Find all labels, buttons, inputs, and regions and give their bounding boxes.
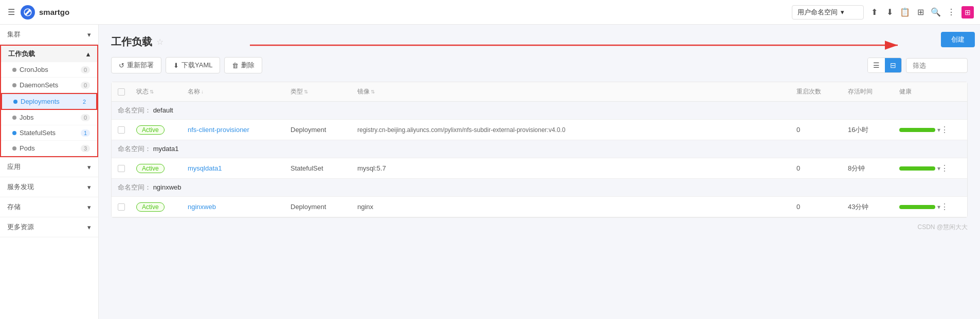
image-1: mysql:5.7: [357, 164, 796, 172]
sidebar-item-statefulsets[interactable]: StatefulSets 1: [1, 125, 97, 141]
create-button[interactable]: 创建: [941, 32, 975, 47]
sidebar-count-statefulsets: 1: [81, 129, 90, 137]
delete-icon: 🗑: [232, 62, 239, 69]
grid-view-button[interactable]: ⊟: [885, 58, 901, 72]
sidebar-item-deployments[interactable]: Deployments 2: [1, 93, 97, 110]
health-2: ▾: [899, 203, 940, 211]
row-more-1[interactable]: ⋮: [940, 164, 949, 173]
sidebar-item-pods[interactable]: Pods 3: [1, 141, 97, 156]
sidebar-dot-statefulsets: [12, 131, 16, 135]
col-restarts: 重启次数: [796, 87, 848, 96]
more-icon[interactable]: ⋮: [946, 7, 956, 17]
footer-watermark: CSDN @慧闲大大: [111, 218, 968, 233]
sidebar-dot-cronjobs: [12, 68, 16, 72]
uptime-0: 16小时: [848, 125, 899, 135]
checkbox-all[interactable]: [118, 88, 136, 96]
sidebar-dot-daemonsets: [12, 83, 16, 87]
row-checkbox-1[interactable]: [118, 165, 125, 172]
workload-table: 状态 ⇅ 名称 ↓ 类型 ⇅ 镜像 ⇅ 重启次数: [111, 82, 968, 218]
upload-icon[interactable]: ⬆: [869, 7, 879, 17]
list-view-button[interactable]: ☰: [868, 58, 885, 72]
download-yaml-button[interactable]: ⬇ 下载YAML: [166, 57, 220, 73]
sidebar-item-daemonsets[interactable]: DaemonSets 0: [1, 78, 97, 93]
app-logo: [21, 5, 35, 20]
sidebar-count-deployments: 2: [80, 98, 89, 105]
sidebar-item-jobs[interactable]: Jobs 0: [1, 110, 97, 125]
sidebar-workload-header[interactable]: 工作负载 ▴: [1, 46, 97, 62]
namespace-row-nginxweb: 命名空间： nginxweb: [112, 179, 967, 197]
download-label: 下载YAML: [182, 61, 212, 70]
namespace-selector[interactable]: 用户命名空间 ▾: [792, 5, 864, 20]
create-button-area: 创建: [941, 32, 975, 47]
sidebar-count-cronjobs: 0: [81, 66, 90, 73]
table-row: Active nginxweb Deployment nginx 0 43分钟 …: [112, 197, 967, 217]
toolbar: ↺ 重新部署 ⬇ 下载YAML 🗑 删除 ☰ ⊟: [111, 57, 968, 73]
sidebar-service-section[interactable]: 服务发现 ▾: [0, 177, 98, 197]
page-title-row: 工作负载 ☆ 创建: [111, 35, 968, 49]
namespace-row-mydata1: 命名空间： mydata1: [112, 140, 967, 158]
health-bar-2: [899, 205, 935, 209]
col-image[interactable]: 镜像 ⇅: [357, 87, 796, 96]
col-status[interactable]: 状态 ⇅: [136, 87, 188, 96]
sidebar-cluster-section[interactable]: 集群 ▾: [0, 25, 98, 45]
col-uptime: 存活时间: [848, 87, 899, 96]
namespace-row-default: 命名空间： default: [112, 102, 967, 120]
health-bar-0: [899, 128, 935, 132]
delete-button[interactable]: 🗑 删除: [224, 57, 262, 73]
sidebar-more-section[interactable]: 更多资源 ▾: [0, 217, 98, 237]
sidebar-count-daemonsets: 0: [81, 82, 90, 89]
page-title: 工作负载: [111, 35, 152, 49]
view-toggle: ☰ ⊟: [867, 58, 902, 73]
sidebar-item-cronjobs[interactable]: CronJobs 0: [1, 62, 97, 78]
redeploy-icon: ↺: [119, 62, 124, 69]
redeploy-button[interactable]: ↺ 重新部署: [111, 57, 161, 73]
pink-app-icon[interactable]: ⊞: [961, 6, 974, 18]
sidebar-dot-jobs: [12, 116, 16, 120]
table-row: Active mysqldata1 StatefulSet mysql:5.7 …: [112, 158, 967, 179]
sidebar-storage-section[interactable]: 存储 ▾: [0, 197, 98, 217]
health-bar-1: [899, 166, 935, 171]
uptime-2: 43分钟: [848, 202, 899, 212]
image-0: registry.cn-beijing.aliyuncs.com/pylixm/…: [357, 126, 796, 134]
health-0: ▾: [899, 126, 940, 134]
resource-link-1[interactable]: mysqldata1: [188, 164, 222, 172]
table-row: Active nfs-client-provisioner Deployment…: [112, 120, 967, 140]
sidebar-app-section[interactable]: 应用 ▾: [0, 157, 98, 177]
resource-link-2[interactable]: nginxweb: [188, 203, 216, 211]
download-icon: ⬇: [173, 62, 179, 69]
col-name[interactable]: 名称 ↓: [188, 87, 291, 96]
favorite-star-icon[interactable]: ☆: [156, 37, 164, 47]
row-more-0[interactable]: ⋮: [940, 125, 949, 134]
file-icon[interactable]: 📋: [900, 7, 910, 17]
col-health: 健康: [899, 87, 940, 96]
row-checkbox-0[interactable]: [118, 126, 125, 134]
sidebar-dot-deployments: [13, 100, 17, 104]
restarts-2: 0: [796, 203, 848, 211]
sidebar: 集群 ▾ 工作负载 ▴ CronJobs 0: [0, 25, 99, 319]
download-icon[interactable]: ⬇: [884, 7, 895, 17]
restarts-0: 0: [796, 126, 848, 134]
sidebar-count-pods: 3: [81, 145, 90, 152]
uptime-1: 8分钟: [848, 164, 899, 173]
restarts-1: 0: [796, 164, 848, 172]
status-badge-0: Active: [136, 125, 165, 135]
filter-input[interactable]: [906, 58, 968, 73]
type-2: Deployment: [291, 203, 357, 211]
row-more-2[interactable]: ⋮: [940, 202, 949, 211]
grid-icon[interactable]: ⊞: [915, 7, 925, 17]
delete-label: 删除: [241, 61, 255, 70]
resource-link-0[interactable]: nfs-client-provisioner: [188, 126, 249, 134]
status-badge-1: Active: [136, 164, 165, 173]
sidebar-count-jobs: 0: [81, 114, 90, 121]
health-1: ▾: [899, 165, 940, 172]
col-type[interactable]: 类型 ⇅: [291, 87, 357, 96]
type-1: StatefulSet: [291, 164, 357, 172]
menu-icon[interactable]: ☰: [6, 7, 16, 17]
redeploy-label: 重新部署: [127, 61, 154, 70]
row-checkbox-2[interactable]: [118, 203, 125, 211]
type-0: Deployment: [291, 126, 357, 134]
search-icon[interactable]: 🔍: [931, 7, 941, 17]
sidebar-dot-pods: [12, 146, 16, 151]
table-header: 状态 ⇅ 名称 ↓ 类型 ⇅ 镜像 ⇅ 重启次数: [112, 82, 967, 102]
image-2: nginx: [357, 203, 796, 211]
